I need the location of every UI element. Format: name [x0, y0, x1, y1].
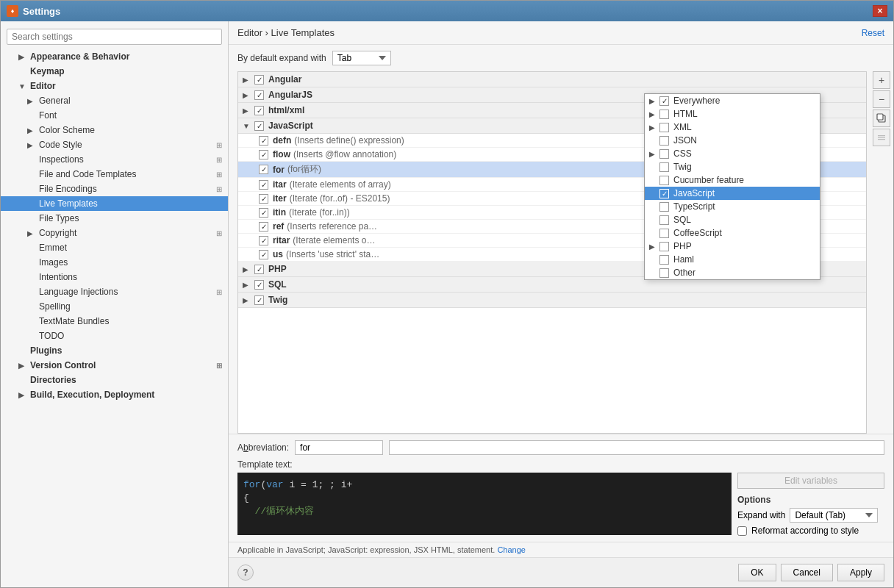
sidebar-item-todo[interactable]: TODO — [1, 329, 228, 343]
applicable-bar: Applicable in JavaScript; JavaScript: ex… — [229, 542, 893, 557]
move-button — [873, 129, 890, 146]
sidebar-item-spelling[interactable]: Spelling — [1, 299, 228, 314]
dd-item-haml[interactable]: ▶ Haml — [645, 253, 820, 266]
checkbox-angular[interactable] — [254, 75, 264, 85]
expand-arrow-plugins — [18, 347, 27, 355]
checkbox-angularjs[interactable] — [254, 90, 264, 100]
sidebar-item-live-templates[interactable]: Live Templates — [1, 196, 228, 211]
options-expand-select[interactable]: Default (Tab) Tab Enter — [790, 508, 878, 523]
reset-link[interactable]: Reset — [862, 28, 884, 38]
checkbox-htmlxml[interactable] — [254, 106, 264, 115]
dd-item-javascript[interactable]: ▶ JavaScript — [645, 187, 820, 200]
dd-cb-json[interactable] — [659, 136, 669, 146]
checkbox-ref[interactable] — [259, 222, 268, 232]
dd-item-other[interactable]: ▶ Other — [645, 266, 820, 279]
sidebar-item-file-encodings[interactable]: File Encodings ⊞ — [1, 182, 228, 196]
dd-label-css: CSS — [673, 148, 692, 159]
sidebar-item-file-code-templates[interactable]: File and Code Templates ⊞ — [1, 167, 228, 182]
dd-cb-haml[interactable] — [659, 255, 669, 265]
sidebar-item-appearance[interactable]: ▶ Appearance & Behavior — [1, 49, 228, 64]
code-comment: //循环休内容 — [243, 506, 314, 517]
dd-cb-xml[interactable] — [659, 123, 669, 132]
dd-cb-coffeescript[interactable] — [659, 229, 669, 238]
dd-item-json[interactable]: ▶ JSON — [645, 134, 820, 147]
sidebar-item-code-style[interactable]: ▶ Code Style ⊞ — [1, 137, 228, 152]
checkbox-flow[interactable] — [259, 150, 268, 159]
dd-item-css[interactable]: ▶ CSS — [645, 147, 820, 160]
dd-cb-sql[interactable] — [659, 215, 669, 225]
dd-item-cucumber[interactable]: ▶ Cucumber feature — [645, 173, 820, 187]
dd-cb-twig[interactable] — [659, 162, 669, 172]
sidebar-item-keymap[interactable]: Keymap — [1, 64, 228, 79]
dd-item-php[interactable]: ▶ PHP — [645, 240, 820, 253]
sidebar-item-file-types[interactable]: File Types — [1, 211, 228, 226]
dd-item-everywhere[interactable]: ▶ Everywhere — [645, 94, 820, 107]
edit-variables-button[interactable]: Edit variables — [737, 473, 884, 489]
search-input[interactable] — [7, 29, 222, 45]
checkbox-for[interactable] — [259, 165, 268, 174]
reformat-checkbox[interactable] — [737, 526, 747, 536]
expand-arrow-emmet — [27, 244, 36, 252]
dd-item-coffeescript[interactable]: ▶ CoffeeScript — [645, 226, 820, 240]
code-editor[interactable]: for(var i = 1; ; i+ { //循环休内容 — [237, 473, 732, 535]
checkbox-iter[interactable] — [259, 194, 268, 204]
sidebar-item-inspections[interactable]: Inspections ⊞ — [1, 152, 228, 167]
ok-button[interactable]: OK — [738, 564, 776, 581]
dd-arrow-css: ▶ — [649, 150, 658, 158]
checkbox-php[interactable] — [254, 265, 264, 274]
cancel-button[interactable]: Cancel — [781, 564, 833, 581]
expand-select[interactable]: Tab Enter Space — [332, 51, 391, 65]
checkbox-defn[interactable] — [259, 136, 268, 146]
dd-cb-html[interactable] — [659, 110, 669, 119]
group-header-twig[interactable]: ▶ Twig — [238, 293, 866, 308]
checkbox-javascript[interactable] — [254, 121, 264, 131]
apply-button[interactable]: Apply — [837, 564, 884, 581]
dd-cb-javascript[interactable] — [659, 189, 669, 198]
sidebar-item-emmet[interactable]: Emmet — [1, 240, 228, 255]
sidebar-item-version-control[interactable]: ▶ Version Control ⊞ — [1, 358, 228, 373]
sidebar-item-copyright[interactable]: ▶ Copyright ⊞ — [1, 226, 228, 240]
sidebar-item-plugins[interactable]: Plugins — [1, 343, 228, 358]
copy-button[interactable] — [873, 110, 890, 127]
dd-cb-css[interactable] — [659, 149, 669, 159]
checkbox-us[interactable] — [259, 250, 268, 259]
dd-cb-php[interactable] — [659, 242, 669, 251]
sidebar-item-directories[interactable]: Directories — [1, 373, 228, 387]
sidebar-item-general[interactable]: ▶ General — [1, 93, 228, 108]
sidebar-item-editor[interactable]: ▼ Editor — [1, 79, 228, 93]
expand-arrow-version-control: ▶ — [18, 362, 27, 370]
close-button[interactable]: × — [873, 5, 887, 17]
dd-item-sql[interactable]: ▶ SQL — [645, 213, 820, 226]
dd-cb-typescript[interactable] — [659, 202, 669, 212]
sidebar-item-intentions[interactable]: Intentions — [1, 270, 228, 284]
description-input[interactable] — [389, 440, 884, 455]
checkbox-twig[interactable] — [254, 295, 264, 305]
group-label-angularjs: AngularJS — [268, 90, 312, 100]
dd-item-typescript[interactable]: ▶ TypeScript — [645, 200, 820, 213]
dd-item-twig[interactable]: ▶ Twig — [645, 160, 820, 173]
dd-item-xml[interactable]: ▶ XML — [645, 121, 820, 134]
checkbox-itin[interactable] — [259, 208, 268, 218]
change-link[interactable]: Change — [497, 545, 526, 554]
dd-cb-cucumber[interactable] — [659, 176, 669, 185]
group-header-angular[interactable]: ▶ Angular — [238, 72, 866, 87]
checkbox-sql[interactable] — [254, 280, 264, 290]
checkbox-itar[interactable] — [259, 180, 268, 190]
help-button[interactable]: ? — [237, 564, 254, 581]
group-label-htmlxml: html/xml — [268, 105, 304, 115]
sidebar-item-build-execution[interactable]: ▶ Build, Execution, Deployment — [1, 387, 228, 402]
sidebar-item-language-injections[interactable]: Language Injections ⊞ — [1, 284, 228, 299]
sidebar-item-color-scheme[interactable]: ▶ Color Scheme — [1, 123, 228, 137]
sidebar-item-label: File Encodings — [39, 184, 97, 194]
abbreviation-input[interactable] — [295, 440, 383, 455]
sidebar-item-images[interactable]: Images — [1, 255, 228, 270]
dd-item-html[interactable]: ▶ HTML — [645, 107, 820, 121]
sidebar-item-textmate-bundles[interactable]: TextMate Bundles — [1, 314, 228, 329]
dd-cb-other[interactable] — [659, 268, 669, 278]
checkbox-ritar[interactable] — [259, 236, 268, 245]
dd-cb-everywhere[interactable] — [659, 96, 669, 106]
remove-button[interactable]: − — [873, 90, 890, 108]
options-panel: Edit variables Options Expand with Defau… — [737, 473, 884, 536]
sidebar-item-font[interactable]: Font — [1, 108, 228, 123]
add-button[interactable]: + — [873, 71, 890, 89]
